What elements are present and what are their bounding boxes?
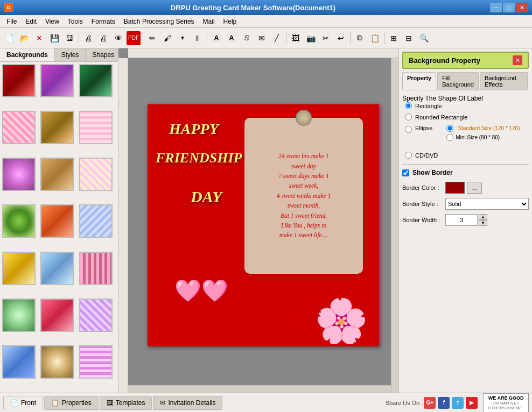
- delete-button[interactable]: ✕: [32, 31, 46, 45]
- zoom-button[interactable]: 🔍: [417, 31, 431, 45]
- paste-button[interactable]: 📋: [368, 31, 382, 45]
- bg-thumb-6[interactable]: [79, 111, 113, 144]
- bg-prop-close-button[interactable]: ✕: [513, 55, 522, 65]
- bg-thumb-11[interactable]: [40, 204, 74, 238]
- text-button[interactable]: A: [209, 31, 223, 45]
- google-icon[interactable]: G+: [424, 397, 436, 409]
- tab-property[interactable]: Property: [402, 72, 436, 90]
- email-button[interactable]: ✉: [255, 31, 269, 45]
- bg-thumb-13[interactable]: [2, 252, 36, 285]
- pencil-button[interactable]: ✏: [145, 31, 159, 45]
- bg-thumb-20[interactable]: [40, 345, 74, 379]
- properties-tab-label: Properties: [62, 399, 92, 407]
- print2-button[interactable]: 🖨: [96, 31, 110, 45]
- width-down-button[interactable]: ▼: [479, 220, 487, 226]
- menu-file[interactable]: File: [2, 16, 21, 27]
- bottom-bar: 📄 Front 📋 Properties 🖼 Templates ✉ Invit…: [0, 393, 532, 412]
- bg-thumb-21[interactable]: [79, 345, 113, 379]
- border-color-picker[interactable]: [445, 182, 465, 194]
- tab-backgrounds[interactable]: Backgrounds: [0, 48, 55, 61]
- show-border-checkbox[interactable]: [402, 169, 409, 176]
- menu-formats[interactable]: Formats: [87, 16, 120, 27]
- background-property-header: Background Property ✕: [402, 52, 529, 69]
- paint-button[interactable]: 🖌: [160, 31, 174, 45]
- youtube-icon[interactable]: ▶: [466, 397, 478, 409]
- preview-button[interactable]: 👁: [111, 31, 125, 45]
- scrollbar-horizontal[interactable]: [128, 385, 391, 393]
- width-up-button[interactable]: ▲: [479, 214, 487, 220]
- undo-button[interactable]: ↩: [334, 31, 348, 45]
- camera-button[interactable]: 📷: [304, 31, 318, 45]
- print-button[interactable]: 🖨: [81, 31, 95, 45]
- grid-button[interactable]: ⊟: [402, 31, 416, 45]
- app-title: DRPU Greeting Card Maker Software(Docume…: [16, 4, 490, 12]
- new-button[interactable]: 📄: [2, 31, 16, 45]
- bg-thumb-19[interactable]: [2, 345, 36, 379]
- tab-front[interactable]: 📄 Front: [3, 396, 43, 410]
- tab-fill-background[interactable]: Fill Background: [437, 72, 479, 90]
- crop-button[interactable]: ✂: [319, 31, 333, 45]
- mini-size-radio[interactable]: [446, 134, 453, 141]
- bg-thumb-4[interactable]: [2, 111, 36, 144]
- bg-thumb-10[interactable]: [2, 204, 36, 238]
- tab-invitation[interactable]: ✉ Invitation Details: [153, 396, 222, 410]
- bg-thumb-14[interactable]: [40, 252, 74, 285]
- ellipse-label: Ellipse: [415, 125, 432, 131]
- border-width-row: Border Width : ▲ ▼: [402, 214, 529, 226]
- image-button[interactable]: 🖼: [289, 31, 303, 45]
- menu-edit[interactable]: Edit: [21, 16, 41, 27]
- radio-rounded[interactable]: Rounded Rectangle: [405, 113, 529, 120]
- twitter-icon[interactable]: t: [452, 397, 464, 409]
- bg-thumb-2[interactable]: [40, 64, 74, 97]
- tab-bg-effects[interactable]: Background Effects: [480, 72, 528, 90]
- border-width-input[interactable]: [445, 214, 478, 226]
- maximize-button[interactable]: □: [503, 3, 515, 12]
- border-style-select[interactable]: Solid Dashed Dotted: [445, 198, 529, 210]
- bg-thumb-18[interactable]: [79, 299, 113, 332]
- tab-properties[interactable]: 📋 Properties: [44, 396, 99, 410]
- export-button[interactable]: PDF: [127, 31, 141, 45]
- line-button[interactable]: ╱: [270, 31, 284, 45]
- open-button[interactable]: 📂: [17, 31, 31, 45]
- barcode-button[interactable]: |||: [191, 31, 205, 45]
- ellipse-radio[interactable]: [405, 126, 412, 133]
- menu-view[interactable]: View: [41, 16, 64, 27]
- tab-styles[interactable]: Styles: [55, 48, 86, 61]
- cddvd-radio[interactable]: [405, 152, 412, 159]
- copy-button[interactable]: ⧉: [353, 31, 367, 45]
- scrollbar-vertical[interactable]: [391, 58, 398, 393]
- menu-batch[interactable]: Batch Processing Series: [120, 16, 199, 27]
- bg-thumb-3[interactable]: [79, 64, 113, 97]
- tab-templates[interactable]: 🖼 Templates: [100, 396, 152, 410]
- menu-help[interactable]: Help: [219, 16, 241, 27]
- bg-thumb-8[interactable]: [40, 158, 74, 191]
- align-button[interactable]: ⊞: [387, 31, 401, 45]
- bg-thumb-9[interactable]: [79, 158, 113, 191]
- radio-ellipse[interactable]: Ellipse Standard Size (120 * 120) Mini S…: [405, 125, 529, 147]
- wordart-button[interactable]: S: [240, 31, 254, 45]
- menu-tools[interactable]: Tools: [64, 16, 87, 27]
- bg-thumb-1[interactable]: [2, 64, 36, 97]
- border-color-dots-button[interactable]: ...: [467, 182, 482, 194]
- facebook-icon[interactable]: f: [438, 397, 450, 409]
- bg-thumb-17[interactable]: [40, 299, 74, 332]
- radio-rectangle[interactable]: Rectangle: [405, 102, 529, 109]
- save-button[interactable]: 💾: [47, 31, 61, 45]
- bg-prop-title: Background Property: [409, 56, 480, 65]
- bg-thumb-5[interactable]: [40, 111, 74, 144]
- bg-thumb-7[interactable]: [2, 158, 36, 191]
- rounded-radio[interactable]: [405, 113, 412, 120]
- minimize-button[interactable]: ─: [490, 3, 502, 12]
- close-button[interactable]: ✕: [516, 3, 528, 12]
- tab-shapes[interactable]: Shapes: [86, 48, 121, 61]
- bg-thumb-16[interactable]: [2, 299, 36, 332]
- bg-thumb-12[interactable]: [79, 204, 113, 238]
- menu-mail[interactable]: Mail: [199, 16, 219, 27]
- save-as-button[interactable]: 🖫: [62, 31, 76, 45]
- text2-button[interactable]: A: [225, 31, 239, 45]
- bg-thumb-15[interactable]: [79, 252, 113, 285]
- standard-size-radio[interactable]: [446, 125, 453, 132]
- rectangle-radio[interactable]: [405, 102, 412, 109]
- radio-cddvd[interactable]: CD/DVD: [405, 152, 529, 159]
- dropdown-btn[interactable]: ▼: [176, 31, 190, 45]
